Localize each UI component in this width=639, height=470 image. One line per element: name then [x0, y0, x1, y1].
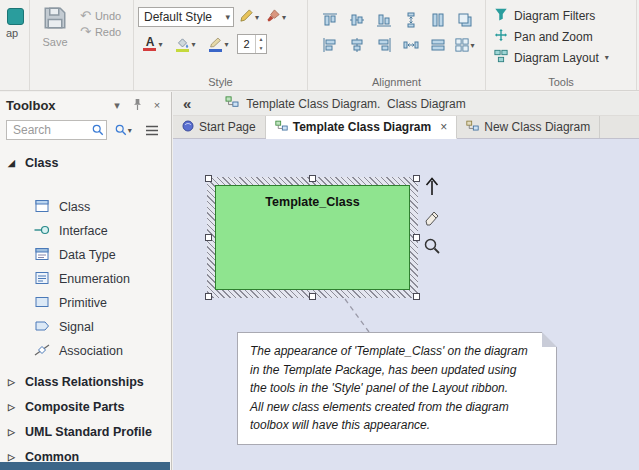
- ribbon-tools-group: Diagram Filters Pan and Zoom Diagram Lay…: [486, 0, 637, 90]
- filter-icon: [494, 7, 508, 24]
- align-bottom-button[interactable]: [371, 8, 397, 32]
- item-label: Data Type: [59, 248, 116, 262]
- ribbon: ap Save ↶ Undo ↷ Redo Default Style ▾: [0, 0, 639, 91]
- resize-handle-middle-right[interactable]: [413, 234, 420, 241]
- toolbox-item-data-type[interactable]: Data Type: [0, 243, 171, 267]
- clipped-map-icon[interactable]: [7, 8, 24, 25]
- align-center-button[interactable]: [344, 33, 370, 57]
- apply-style-button[interactable]: ▾: [237, 6, 261, 28]
- make-same-width-button[interactable]: [425, 33, 451, 57]
- back-chevron-icon[interactable]: «: [183, 95, 191, 112]
- interface-icon: [34, 223, 50, 240]
- diagram-icon: [466, 120, 479, 135]
- save-icon: [43, 6, 67, 33]
- pencil-icon: [239, 8, 254, 26]
- zoom-icon[interactable]: [423, 237, 441, 258]
- bring-to-front-button[interactable]: [452, 8, 478, 32]
- toolbox-section-class[interactable]: ◢ Class: [0, 150, 171, 175]
- stepper-up-icon[interactable]: ▲: [256, 35, 266, 44]
- align-right-button[interactable]: [371, 33, 397, 57]
- redo-button[interactable]: ↷ Redo: [80, 26, 121, 38]
- diagram-canvas[interactable]: Template_Class The appearance of 'Templa: [173, 139, 639, 470]
- pan-and-zoom-button[interactable]: Pan and Zoom: [494, 27, 632, 46]
- toolbox-section-uml-standard-profile[interactable]: ▷ UML Standard Profile: [0, 419, 171, 444]
- eraser-icon[interactable]: [423, 208, 441, 229]
- note-element[interactable]: The appearance of 'Template_Class' on th…: [237, 332, 557, 445]
- class-element-selection[interactable]: Template_Class: [207, 177, 418, 298]
- diagram-filters-button[interactable]: Diagram Filters: [494, 6, 632, 25]
- grid-options-button[interactable]: ▾: [452, 33, 478, 57]
- align-top-button[interactable]: [317, 8, 343, 32]
- toolbox-item-class[interactable]: Class: [0, 195, 171, 219]
- toolbox-item-interface[interactable]: Interface: [0, 219, 171, 243]
- tab-template-class-diagram[interactable]: Template Class Diagram ×: [266, 116, 458, 139]
- fill-color-button[interactable]: ▾: [171, 33, 201, 55]
- tab-start-page[interactable]: Start Page: [173, 116, 266, 138]
- element-quick-toolbar: [423, 175, 441, 258]
- hamburger-menu-icon[interactable]: [140, 120, 165, 140]
- item-label: Association: [59, 344, 123, 358]
- toolbox-section-class-relationships[interactable]: ▷ Class Relationships: [0, 369, 171, 394]
- redo-icon: ↷: [80, 26, 91, 38]
- toolbox-section-composite-parts[interactable]: ▷ Composite Parts: [0, 394, 171, 419]
- pin-icon[interactable]: [129, 98, 145, 113]
- search-options-button[interactable]: ▾: [111, 120, 136, 140]
- style-preset-value: Default Style: [144, 10, 212, 24]
- toolbox-item-enumeration[interactable]: Enumeration: [0, 267, 171, 291]
- signal-icon: [34, 319, 50, 336]
- resize-handle-middle-left[interactable]: [205, 234, 212, 241]
- diagram-icon: [225, 96, 239, 111]
- enumeration-icon: [34, 271, 50, 288]
- diagram-layout-button[interactable]: Diagram Layout ▾: [494, 48, 632, 67]
- resize-handle-top-middle[interactable]: [309, 175, 316, 182]
- font-color-button[interactable]: A ▾: [138, 33, 168, 55]
- resize-handle-top-right[interactable]: [413, 175, 420, 182]
- space-evenly-down-button[interactable]: [398, 8, 424, 32]
- toolbox-menu-chevron-icon[interactable]: ▾: [109, 99, 125, 112]
- alignment-group-label: Alignment: [308, 76, 485, 88]
- format-painter-button[interactable]: ▾: [264, 6, 288, 28]
- line-color-button[interactable]: ▾: [204, 33, 234, 55]
- align-middle-button[interactable]: [344, 8, 370, 32]
- save-button[interactable]: Save: [38, 6, 72, 74]
- item-label: Class: [59, 200, 90, 214]
- tab-close-icon[interactable]: ×: [440, 120, 447, 134]
- pan-and-zoom-label: Pan and Zoom: [514, 30, 593, 44]
- toolbox-item-signal[interactable]: Signal: [0, 315, 171, 339]
- line-width-stepper[interactable]: 2 ▲ ▼: [237, 34, 267, 54]
- resize-handle-top-left[interactable]: [205, 175, 212, 182]
- ribbon-style-group: Default Style ▾ ▾ ▾ A: [134, 0, 308, 90]
- resize-handle-bottom-left[interactable]: [205, 293, 212, 300]
- stepper-down-icon[interactable]: ▼: [256, 44, 266, 53]
- main-area: « Template Class Diagram. Class Diagram …: [173, 92, 639, 470]
- tab-label: New Class Diagram: [484, 120, 590, 134]
- layout-icon: [494, 49, 508, 66]
- align-left-button[interactable]: [317, 33, 343, 57]
- resize-handle-bottom-right[interactable]: [413, 293, 420, 300]
- resize-handle-bottom-middle[interactable]: [309, 293, 316, 300]
- tab-new-class-diagram[interactable]: New Class Diagram: [457, 116, 600, 138]
- toolbox-title: Toolbox: [6, 98, 105, 113]
- toolbox-item-primitive[interactable]: Primitive: [0, 291, 171, 315]
- close-icon[interactable]: ×: [149, 99, 165, 111]
- save-label: Save: [42, 36, 67, 48]
- class-element[interactable]: Template_Class: [215, 185, 410, 290]
- space-evenly-across-button[interactable]: [398, 33, 424, 57]
- toolbox-tree: ◢ Class Class Interface Data Type Enumer…: [0, 142, 171, 469]
- make-same-height-button[interactable]: [425, 8, 451, 32]
- search-icon: [92, 124, 104, 139]
- breadcrumb-path: Template Class Diagram. Class Diagram: [246, 97, 465, 111]
- toolbox-item-association[interactable]: Association: [0, 339, 171, 363]
- item-label: Interface: [59, 224, 108, 238]
- brush-icon: [266, 8, 281, 26]
- redo-label: Redo: [95, 26, 121, 38]
- arrow-up-icon[interactable]: [423, 175, 441, 200]
- item-label: Enumeration: [59, 272, 130, 286]
- undo-button[interactable]: ↶ Undo: [80, 10, 121, 22]
- style-preset-dropdown[interactable]: Default Style ▾: [138, 7, 234, 27]
- chevron-down-icon: ▾: [128, 126, 132, 135]
- collapsed-arrow-icon: ▷: [8, 452, 18, 462]
- toolbox-panel: Toolbox ▾ × ▾ ◢ Class Class: [0, 92, 172, 470]
- class-icon: [34, 199, 50, 216]
- pan-icon: [494, 28, 508, 45]
